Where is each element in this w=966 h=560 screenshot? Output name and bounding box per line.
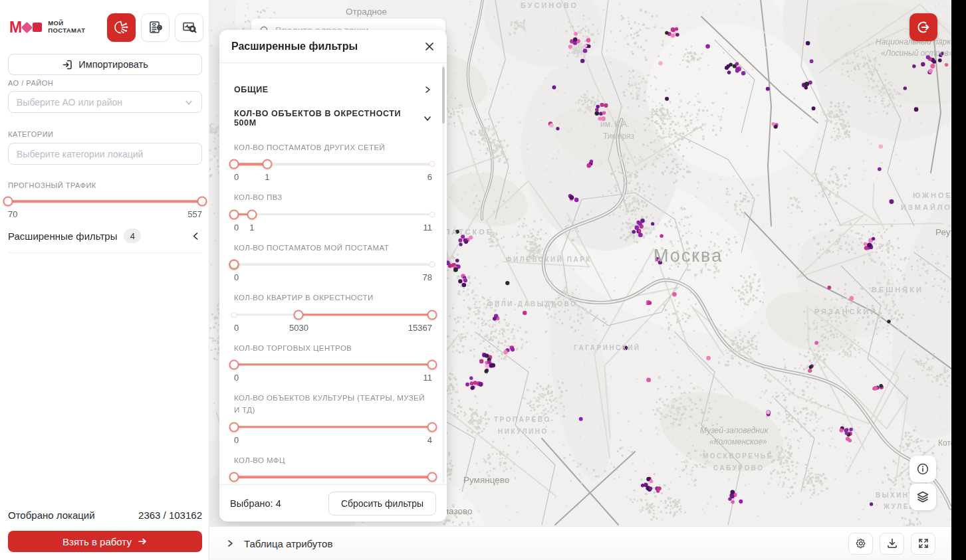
filter-slider-block: КОЛ-ВО МФЦ	[234, 454, 432, 484]
map-area[interactable]: ОтрадноеБУСИНОВОНациональный парк«Лосины…	[209, 0, 951, 560]
selected-locations-value: 2363 / 103162	[138, 510, 202, 521]
slider-values: 078	[234, 272, 432, 284]
slider-max-handle[interactable]	[262, 159, 272, 169]
range-slider[interactable]	[234, 421, 432, 433]
screen-edge-strip	[951, 0, 966, 560]
download-icon	[886, 537, 898, 549]
slider-min-handle[interactable]	[294, 310, 304, 320]
gear-icon	[855, 537, 867, 549]
layers-icon	[916, 490, 929, 504]
slider-max-handle[interactable]	[427, 359, 437, 369]
map-info-button[interactable]	[909, 456, 936, 482]
traffic-slider-min-handle[interactable]	[3, 197, 13, 207]
selected-locations-label: Отобрано локаций	[8, 510, 95, 521]
selected-count: Выбрано: 4	[230, 498, 281, 509]
monitor-search-icon	[181, 19, 198, 36]
slider-label: КОЛ-ВО МФЦ	[234, 454, 432, 466]
traffic-max-value: 557	[187, 209, 202, 219]
slider-min-handle[interactable]	[229, 359, 239, 369]
filters-count-badge: 4	[124, 229, 141, 243]
district-input[interactable]	[17, 97, 184, 108]
slider-values: 0111	[234, 223, 432, 234]
panel-header: Расширенные фильтры	[219, 30, 447, 63]
tool-report-button[interactable]	[141, 13, 170, 42]
chevron-down-icon	[423, 114, 432, 123]
attributes-table-toggle[interactable]: Таблица атрибутов	[225, 538, 332, 549]
arrow-right-icon	[137, 536, 148, 547]
traffic-slider[interactable]	[8, 196, 202, 207]
tool-monitor-search-button[interactable]	[175, 13, 203, 42]
traffic-slider-max-handle[interactable]	[197, 197, 207, 207]
table-chevron-icon	[225, 539, 235, 548]
categories-input[interactable]	[17, 149, 193, 159]
traffic-min-value: 70	[8, 209, 17, 219]
sidebar: М МОЙ ПОСТАМАТ	[0, 0, 209, 560]
section-objects-500m[interactable]: КОЛ-ВО ОБЪЕКТОВ В ОКРЕСТНОСТИ 500М	[234, 104, 432, 132]
chevron-down-icon	[184, 98, 193, 107]
table-settings-button[interactable]	[848, 533, 873, 555]
export-button[interactable]	[880, 533, 904, 555]
range-slider[interactable]	[234, 158, 432, 170]
range-slider[interactable]	[234, 309, 432, 321]
reset-filters-button[interactable]: Сбросить фильтры	[328, 492, 436, 515]
map-layers-button[interactable]	[909, 484, 936, 510]
filter-slider-block: КОЛ-ВО ПОСТАМАТОВ ДРУГИХ СЕТЕЙ016	[234, 141, 432, 183]
range-slider[interactable]	[234, 359, 432, 371]
chevron-left-icon	[191, 231, 201, 241]
slider-max-handle[interactable]	[229, 260, 239, 270]
divider	[8, 252, 201, 253]
chevron-right-icon	[423, 85, 432, 94]
filter-slider-block: КОЛ-ВО ПОСТАМАТОВ МОЙ ПОСТАМАТ078	[234, 242, 432, 284]
filters-sliders: КОЛ-ВО ПОСТАМАТОВ ДРУГИХ СЕТЕЙ016КОЛ-ВО …	[234, 132, 432, 484]
slider-max-handle[interactable]	[247, 209, 257, 219]
attributes-bar: Таблица атрибутов	[209, 526, 951, 560]
import-icon	[62, 59, 73, 70]
slider-min-handle[interactable]	[229, 159, 239, 169]
traffic-label: ПРОГНОЗНЫЙ ТРАФИК	[8, 181, 96, 189]
slider-label: КОЛ-ВО КВАРТИР В ОКРЕСТНОСТИ	[234, 292, 432, 304]
slider-values: 011	[234, 373, 432, 384]
filter-slider-block: КОЛ-ВО ПВЗ0111	[234, 191, 432, 233]
filter-slider-block: КОЛ-ВО ТОРГОВЫХ ЦЕНТРОВ011	[234, 342, 432, 384]
slider-min-handle[interactable]	[229, 422, 239, 432]
slider-max-handle[interactable]	[427, 422, 437, 432]
logo-mark: М	[9, 19, 42, 37]
panel-scrollbar[interactable]	[442, 64, 445, 483]
logout-icon	[916, 20, 931, 35]
panel-footer: Выбрано: 4 Сбросить фильтры	[219, 484, 447, 521]
fullscreen-button[interactable]	[911, 533, 935, 555]
categories-select[interactable]	[8, 143, 202, 165]
panel-title: Расширенные фильтры	[231, 41, 358, 52]
advanced-filters-toggle[interactable]: Расширенные фильтры 4	[8, 226, 201, 246]
slider-min-handle[interactable]	[229, 472, 239, 482]
section-general[interactable]: ОБЩИЕ	[234, 75, 432, 104]
district-select[interactable]	[8, 91, 202, 113]
filter-slider-block: КОЛ-ВО КВАРТИР В ОКРЕСТНОСТИ0503015367	[234, 292, 432, 333]
slider-label: КОЛ-ВО ТОРГОВЫХ ЦЕНТРОВ	[234, 342, 432, 354]
slider-values: 0503015367	[234, 323, 432, 334]
slider-label: КОЛ-ВО ОБЪЕКТОВ КУЛЬТУРЫ (ТЕАТРЫ, МУЗЕЙ …	[234, 392, 432, 417]
categories-label: КАТЕГОРИИ	[8, 130, 54, 138]
district-label: АО / РАЙОН	[8, 79, 53, 87]
slider-label: КОЛ-ВО ПОСТАМАТОВ МОЙ ПОСТАМАТ	[234, 242, 432, 254]
slider-values: 016	[234, 172, 432, 183]
slider-max-handle[interactable]	[427, 310, 437, 320]
fullscreen-icon	[917, 537, 929, 549]
slider-max-handle[interactable]	[427, 472, 437, 482]
slider-label: КОЛ-ВО ПВЗ	[234, 191, 432, 203]
range-slider[interactable]	[234, 471, 432, 483]
slider-min-handle[interactable]	[229, 209, 239, 219]
close-icon[interactable]	[424, 41, 435, 52]
take-to-work-button[interactable]: Взять в работу	[8, 531, 202, 552]
slider-values: 04	[234, 435, 432, 446]
info-icon	[916, 462, 929, 476]
report-settings-icon	[147, 19, 164, 36]
panel-body: ОБЩИЕ КОЛ-ВО ОБЪЕКТОВ В ОКРЕСТНОСТИ 500М…	[219, 63, 447, 484]
range-slider[interactable]	[234, 209, 432, 221]
range-slider[interactable]	[234, 258, 432, 270]
filter-slider-block: КОЛ-ВО ОБЪЕКТОВ КУЛЬТУРЫ (ТЕАТРЫ, МУЗЕЙ …	[234, 392, 432, 446]
advanced-filters-panel: Расширенные фильтры ОБЩИЕ КОЛ-ВО ОБЪЕКТО…	[219, 30, 447, 521]
tool-ai-analysis-button[interactable]	[107, 13, 136, 42]
import-button[interactable]: Импортировать	[8, 54, 202, 75]
logout-button[interactable]	[909, 13, 937, 41]
